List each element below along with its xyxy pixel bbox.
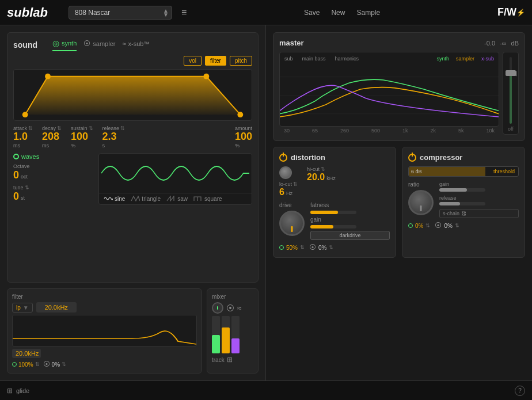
filter-freq-display[interactable]: 20.0kHz bbox=[36, 302, 77, 313]
schain-icon: ⛓ bbox=[461, 211, 466, 216]
comp-pct1-value[interactable]: 0% bbox=[415, 223, 423, 229]
octave-value[interactable]: 0 bbox=[13, 169, 19, 181]
wave-square[interactable]: square bbox=[193, 196, 222, 202]
filter-button[interactable]: filter bbox=[205, 56, 226, 66]
save-button[interactable]: Save bbox=[301, 7, 323, 18]
db-unit: dB bbox=[511, 40, 519, 47]
preset-selector[interactable]: 808 Nascar bbox=[69, 6, 172, 20]
comp-pct2-value[interactable]: 0% bbox=[444, 223, 452, 229]
freq-10k: 10k bbox=[486, 128, 495, 134]
new-button[interactable]: New bbox=[328, 7, 348, 18]
comp-controls: ratio gain release bbox=[408, 181, 519, 218]
distortion-panel: distortion lo-cut⇅ 6 Hz bbox=[273, 147, 396, 258]
master-title: master bbox=[279, 39, 304, 47]
wave-saw-label: saw bbox=[177, 196, 188, 202]
threshold-track[interactable]: 6 dB threshold bbox=[408, 166, 519, 177]
locut-value[interactable]: 6 bbox=[279, 187, 284, 197]
amount-unit: % bbox=[235, 143, 240, 148]
sample-button[interactable]: Sample bbox=[353, 7, 383, 18]
right-panel: master -0.0 -∞ dB sub main bass harmonic… bbox=[266, 25, 532, 380]
release-value[interactable]: 2.3 bbox=[102, 131, 117, 143]
filter-pct2-value[interactable]: 0% bbox=[52, 361, 60, 368]
locut-knob[interactable] bbox=[279, 166, 292, 179]
preset-wrapper: 808 Nascar ▲▼ bbox=[69, 6, 172, 20]
attack-unit: ms bbox=[13, 143, 20, 148]
cut-controls: lo-cut⇅ 6 Hz hi-cut⇅ 20.0 kHz bbox=[279, 166, 390, 197]
filter-pct-indicator[interactable] bbox=[12, 362, 17, 367]
fatness-label: fatness bbox=[310, 202, 390, 208]
compressor-power-icon[interactable] bbox=[408, 154, 416, 162]
waves-indicator[interactable] bbox=[13, 154, 19, 159]
freq-30: 30 bbox=[284, 128, 290, 134]
filter-pct2-arrows: ⇅ bbox=[62, 361, 66, 367]
top-bar: sublab 808 Nascar ▲▼ ≡ Save New Sample F… bbox=[0, 0, 532, 25]
threshold-label: threshold bbox=[493, 169, 515, 174]
master-fader[interactable]: ◀ off bbox=[503, 52, 519, 135]
distortion-power-icon[interactable] bbox=[279, 154, 287, 162]
gain-track[interactable] bbox=[310, 225, 356, 228]
mixer-bar-1[interactable] bbox=[212, 316, 220, 353]
filter-bars-icon: ⦿ bbox=[43, 360, 50, 368]
tab-synth[interactable]: ◎ synth bbox=[52, 39, 77, 51]
comp-gain-track[interactable] bbox=[439, 188, 485, 192]
master-layout-row: sub main bass harmonics synth sampler x-… bbox=[279, 52, 519, 135]
svg-point-0 bbox=[22, 112, 28, 117]
comp-footer: 0% ⇅ ⦿ 0% ⇅ bbox=[408, 222, 519, 230]
fader-track: ◀ bbox=[510, 57, 512, 124]
wave-sine[interactable]: sine bbox=[104, 196, 125, 202]
comp-release-track[interactable] bbox=[439, 202, 485, 205]
sustain-value[interactable]: 100 bbox=[71, 131, 88, 143]
eq-freq-labels: 30 65 260 500 1k 2k 5k 10k bbox=[279, 127, 499, 135]
comp-footer-ctrl1: 0% ⇅ bbox=[408, 223, 430, 229]
eq-area: sub main bass harmonics synth sampler x-… bbox=[279, 52, 499, 135]
dist-bottom: drive fatness gain darkdrive bbox=[279, 202, 390, 240]
app-logo: sublab bbox=[7, 5, 48, 20]
sound-header: sound ◎ synth ⦿ sampler ≈ x-sub™ bbox=[13, 39, 252, 51]
tab-xsub[interactable]: ≈ x-sub™ bbox=[122, 39, 150, 51]
svg-point-1 bbox=[45, 74, 51, 79]
amount-value[interactable]: 100 bbox=[235, 131, 252, 143]
filter-freq-value[interactable]: 20.0kHz bbox=[12, 349, 41, 358]
hicut-value[interactable]: 20.0 bbox=[307, 172, 325, 182]
wave-saw[interactable]: saw bbox=[166, 196, 188, 202]
mixer-knob-1[interactable] bbox=[212, 302, 223, 314]
freq-260: 260 bbox=[340, 128, 349, 134]
dist-pct1-indicator[interactable] bbox=[279, 245, 284, 250]
hicut-value-row: 20.0 kHz bbox=[307, 172, 336, 182]
sustain-unit: % bbox=[71, 143, 75, 148]
hamburger-menu[interactable]: ≡ bbox=[181, 7, 187, 18]
bottom-bar: ⊞ glide ? bbox=[0, 380, 532, 400]
mixer-bar-3[interactable] bbox=[231, 316, 240, 353]
main-layout: sound ◎ synth ⦿ sampler ≈ x-sub™ bbox=[0, 25, 532, 380]
dist-bars-icon: ⦿ bbox=[309, 243, 316, 252]
wave-triangle[interactable]: triangle bbox=[131, 196, 161, 202]
tab-group: ◎ synth ⦿ sampler ≈ x-sub™ bbox=[52, 39, 150, 51]
fatness-track[interactable] bbox=[310, 211, 356, 214]
tab-synth-label: synth bbox=[62, 40, 77, 47]
schain-button[interactable]: s-chain ⛓ bbox=[439, 209, 519, 218]
attack-value[interactable]: 1.0 bbox=[13, 131, 28, 143]
filter-pct1-value[interactable]: 100% bbox=[18, 361, 33, 368]
comp-pct1-indicator[interactable] bbox=[408, 223, 413, 228]
drive-knob[interactable] bbox=[279, 211, 305, 236]
help-button[interactable]: ? bbox=[515, 386, 525, 396]
fader-fill bbox=[510, 70, 512, 124]
vol-button[interactable]: vol bbox=[184, 56, 202, 66]
ratio-knob[interactable] bbox=[408, 190, 434, 215]
darkdrive-button[interactable]: darkdrive bbox=[310, 231, 390, 240]
mixer-bar-2[interactable] bbox=[222, 316, 230, 353]
fader-handle[interactable] bbox=[506, 70, 516, 76]
mixer-panel: mixer ⦿ ≈ bbox=[207, 288, 259, 374]
adsr-params: attack ⇅ 1.0 ms decay ⇅ 208 ms sustain ⇅ bbox=[13, 125, 252, 148]
tab-sampler[interactable]: ⦿ sampler bbox=[83, 39, 115, 51]
tab-sampler-label: sampler bbox=[93, 40, 115, 47]
dist-pct1-value[interactable]: 50% bbox=[286, 245, 298, 251]
attack-param: attack ⇅ 1.0 ms bbox=[13, 125, 33, 148]
filter-type-selector[interactable]: lp ▼ bbox=[12, 303, 33, 313]
glide-label: glide bbox=[16, 387, 29, 394]
comp-header: compressor bbox=[408, 153, 519, 162]
decay-value[interactable]: 208 bbox=[42, 131, 59, 143]
pitch-button[interactable]: pitch bbox=[230, 56, 252, 66]
tune-value[interactable]: 0 bbox=[13, 191, 19, 202]
dist-pct2-value[interactable]: 0% bbox=[318, 245, 326, 251]
